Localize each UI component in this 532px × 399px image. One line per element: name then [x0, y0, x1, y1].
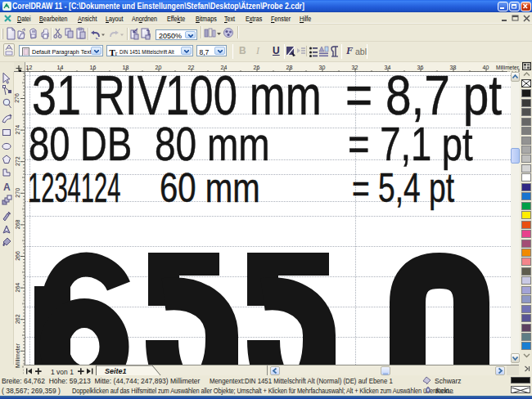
svg-text:24: 24 — [221, 65, 228, 70]
svg-text:Millimeter: Millimeter — [15, 343, 20, 368]
svg-text:A: A — [3, 182, 11, 193]
svg-text:12: 12 — [26, 65, 33, 70]
svg-text:16: 16 — [90, 65, 97, 70]
svg-text:30: 30 — [319, 65, 326, 70]
svg-text:38: 38 — [450, 65, 457, 70]
svg-text:28: 28 — [286, 65, 293, 70]
svg-text:36: 36 — [417, 65, 424, 70]
svg-text:40: 40 — [483, 65, 489, 70]
svg-text:272: 272 — [15, 156, 20, 166]
svg-text:18: 18 — [123, 65, 129, 70]
svg-text:26: 26 — [254, 65, 260, 70]
svg-text:268: 268 — [15, 219, 20, 229]
svg-text:22: 22 — [188, 65, 195, 70]
svg-text:20: 20 — [156, 65, 162, 70]
svg-text:266: 266 — [15, 251, 20, 261]
svg-text:276: 276 — [14, 93, 20, 103]
svg-text:270: 270 — [15, 188, 20, 198]
svg-text:14: 14 — [57, 65, 64, 70]
svg-text:262: 262 — [15, 314, 20, 324]
svg-text:264: 264 — [15, 283, 20, 293]
svg-text:32: 32 — [352, 65, 358, 70]
svg-text:Millimeter: Millimeter — [496, 65, 520, 70]
svg-text:34: 34 — [385, 65, 391, 70]
svg-text:274: 274 — [15, 125, 20, 135]
